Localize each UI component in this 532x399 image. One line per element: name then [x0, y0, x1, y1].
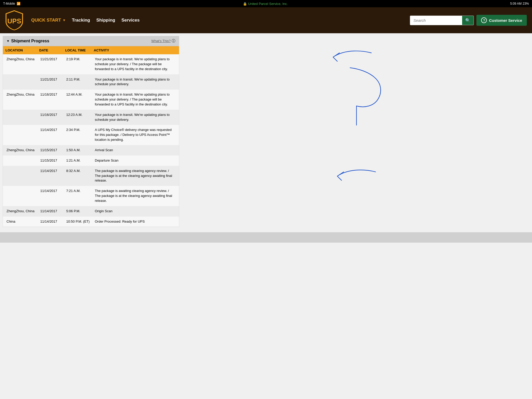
cell-time: 5:06 P.M.: [65, 208, 94, 214]
cell-location: [5, 77, 39, 88]
cell-date: 11/14/2017: [39, 168, 65, 184]
shipment-progress-header: ▼ Shipment Progress What's This? ⓘ: [3, 36, 179, 46]
time-label: 5:09 AM: [510, 2, 522, 5]
annotations-svg: [179, 36, 529, 227]
cell-date: 11/21/2017: [39, 56, 65, 72]
cell-date: 11/14/2017: [39, 188, 65, 204]
cell-date: 11/16/2017: [39, 92, 65, 108]
table-row: 11/14/2017 2:34 P.M. A UPS My Choice® de…: [3, 125, 179, 145]
cell-location: [5, 188, 39, 204]
cell-time: 12:44 A.M.: [65, 92, 94, 108]
status-bar-right: 5:09 AM 23%: [510, 2, 529, 5]
table-row: 11/16/2017 12:23 A.M. Your package is in…: [3, 110, 179, 125]
info-icon: ⓘ: [172, 39, 175, 43]
cell-time: 1:50 A.M.: [65, 147, 94, 153]
cell-time: 2:11 P.M.: [65, 77, 94, 88]
table-row: China 11/14/2017 10:50 P.M. (ET) Order P…: [3, 217, 179, 227]
tracking-label: Tracking: [72, 18, 90, 23]
table-header: LOCATION DATE LOCAL TIME ACTIVITY: [3, 46, 179, 54]
cell-location: China: [5, 219, 39, 225]
cell-activity: The package is awaiting clearing agency …: [94, 188, 176, 204]
lock-icon: 🔒: [243, 2, 247, 6]
cell-time: 2:34 P.M.: [65, 127, 94, 143]
cell-date: 11/15/2017: [39, 158, 65, 164]
table-row: ZhengZhou, China 11/14/2017 5:06 P.M. Or…: [3, 206, 179, 217]
cell-location: ZhengZhou, China: [5, 92, 39, 108]
nav-items: QUICK START ▼ Tracking Shipping Services: [31, 18, 402, 23]
tracking-section: ▼ Shipment Progress What's This? ⓘ LOCAT…: [3, 36, 179, 227]
shipping-label: Shipping: [96, 18, 115, 23]
cell-activity: Departure Scan: [94, 158, 176, 164]
cell-activity: Your package is in transit. We're updati…: [94, 77, 176, 88]
shipment-progress-title: ▼ Shipment Progress: [6, 39, 49, 43]
table-row: 11/14/2017 8:32 A.M. The package is awai…: [3, 166, 179, 186]
status-bar: T-Mobile 📶 🔒 United Parcel Service, Inc.…: [0, 0, 532, 7]
table-row: ZhengZhou, China 11/21/2017 2:19 P.M. Yo…: [3, 54, 179, 75]
cell-date: 11/21/2017: [39, 77, 65, 88]
cell-activity: Order Processed: Ready for UPS: [94, 219, 176, 225]
whats-this-label: What's This?: [151, 39, 171, 43]
cell-activity: Your package is in transit. We're updati…: [94, 56, 176, 72]
cell-activity: The package is awaiting clearing agency …: [94, 168, 176, 184]
cell-time: 2:19 P.M.: [65, 56, 94, 72]
customer-service-label: Customer Service: [489, 18, 522, 23]
collapse-icon[interactable]: ▼: [6, 39, 10, 43]
question-icon: ?: [481, 17, 487, 23]
cell-time: 10:50 P.M. (ET): [65, 219, 94, 225]
cell-location: [5, 168, 39, 184]
cell-location: [5, 158, 39, 164]
customer-service-button[interactable]: ? Customer Service: [476, 15, 527, 26]
col-local-time: LOCAL TIME: [65, 48, 94, 52]
cell-date: 11/14/2017: [39, 208, 65, 214]
header-right: 🔍 ? Customer Service: [410, 15, 527, 26]
services-label: Services: [121, 18, 139, 23]
search-box: 🔍: [410, 16, 474, 25]
table-row: ZhengZhou, China 11/16/2017 12:44 A.M. Y…: [3, 90, 179, 110]
carrier-label: T-Mobile: [3, 2, 15, 5]
drawing-area: [179, 36, 529, 227]
services-nav[interactable]: Services: [121, 18, 139, 23]
cell-time: 12:23 A.M.: [65, 112, 94, 123]
shipping-nav[interactable]: Shipping: [96, 18, 115, 23]
cell-time: 7:21 A.M.: [65, 188, 94, 204]
whats-this-link[interactable]: What's This? ⓘ: [151, 39, 175, 43]
cell-date: 11/16/2017: [39, 112, 65, 123]
cell-date: 11/15/2017: [39, 147, 65, 153]
bottom-bar: [0, 232, 532, 243]
cell-location: [5, 112, 39, 123]
cell-activity: Arrival Scan: [94, 147, 176, 153]
ups-logo: UPS: [5, 10, 23, 31]
cell-date: 11/14/2017: [39, 219, 65, 225]
cell-time: 8:32 A.M.: [65, 168, 94, 184]
wifi-icon: 📶: [17, 2, 21, 5]
cell-activity: Origin Scan: [94, 208, 176, 214]
cell-activity: A UPS My Choice® delivery change was req…: [94, 127, 176, 143]
cell-time: 1:21 A.M.: [65, 158, 94, 164]
cell-location: ZhengZhou, China: [5, 208, 39, 214]
table-row: 11/14/2017 7:21 A.M. The package is awai…: [3, 186, 179, 206]
cell-date: 11/14/2017: [39, 127, 65, 143]
search-button[interactable]: 🔍: [462, 16, 474, 25]
cell-location: [5, 127, 39, 143]
chevron-down-icon: ▼: [63, 18, 66, 22]
cell-activity: Your package is in transit. We're updati…: [94, 112, 176, 123]
battery-label: 23%: [523, 2, 529, 5]
quick-start-label: QUICK START: [31, 18, 61, 23]
header: UPS QUICK START ▼ Tracking Shipping Serv…: [0, 7, 532, 33]
status-bar-left: T-Mobile 📶: [3, 2, 21, 5]
quick-start-nav[interactable]: QUICK START ▼: [31, 18, 66, 23]
search-input[interactable]: [410, 16, 462, 25]
col-location: LOCATION: [5, 48, 39, 52]
main-content: ▼ Shipment Progress What's This? ⓘ LOCAT…: [0, 33, 532, 230]
cell-location: ZhengZhou, China: [5, 56, 39, 72]
col-activity: ACTIVITY: [94, 48, 176, 52]
tracking-nav[interactable]: Tracking: [72, 18, 90, 23]
search-icon: 🔍: [465, 18, 470, 23]
table-row: ZhengZhou, China 11/15/2017 1:50 A.M. Ar…: [3, 145, 179, 156]
table-row: 11/21/2017 2:11 P.M. Your package is in …: [3, 75, 179, 90]
website-label: United Parcel Service, Inc.: [248, 2, 288, 6]
svg-text:UPS: UPS: [7, 17, 21, 25]
shipment-table-body: ZhengZhou, China 11/21/2017 2:19 P.M. Yo…: [3, 54, 179, 227]
table-row: 11/15/2017 1:21 A.M. Departure Scan: [3, 156, 179, 166]
cell-location: ZhengZhou, China: [5, 147, 39, 153]
